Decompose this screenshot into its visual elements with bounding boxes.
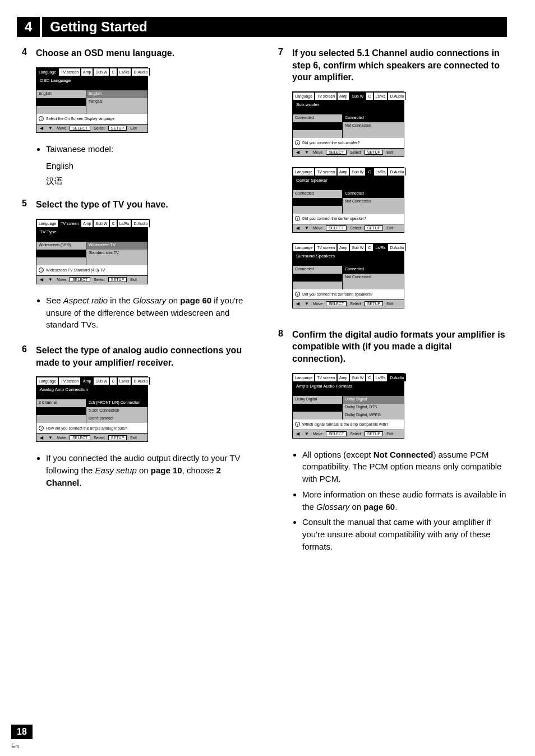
italic-text: Glossary <box>316 502 349 511</box>
osd-tab: Sub W <box>349 168 366 176</box>
osd-tab: Amp <box>81 219 93 227</box>
osd-nav-move: Move <box>313 432 322 436</box>
sub-lines: English 汉语 <box>46 158 251 188</box>
osd-row: Widescreen (16:9)Widescreen TV <box>36 242 147 250</box>
step-number: 5 <box>17 199 27 334</box>
arrow-left-icon: ◀ <box>295 301 301 307</box>
arrow-left-icon: ◀ <box>39 277 44 283</box>
osd-cell-left <box>36 407 86 415</box>
osd-cell-left: English <box>36 90 86 98</box>
line: English <box>46 158 251 173</box>
osd-cell-right: Not Connected <box>343 122 404 130</box>
bold-text: Not Connected <box>373 450 433 459</box>
osd-cell-left: Connected <box>293 114 343 122</box>
osd-body: Sub-woofer <box>293 100 404 114</box>
osd-tab: TV screen <box>58 219 81 227</box>
osd-nav-move: Move <box>57 436 66 440</box>
osd-tab: TV screen <box>58 68 81 76</box>
info-icon: i <box>295 292 300 297</box>
osd-nav-select-label: Select <box>94 126 104 130</box>
osd-nav: ◀▼MoveSELECTSelectSETUPExit <box>293 224 404 232</box>
text: Consult the manual that came with your a… <box>302 517 491 551</box>
osd-tab: D.Audio <box>131 219 150 227</box>
osd-nav-exit-label: Exit <box>386 432 393 436</box>
osd-tab: Language <box>36 68 58 76</box>
osd-nav-exit-label: Exit <box>130 436 137 440</box>
osd-info-text: Which digital formats is the amp compati… <box>302 422 388 426</box>
text: See <box>46 296 63 305</box>
step-heading: If you selected 5.1 Channel audio connec… <box>292 47 507 84</box>
osd-cell-left: Widescreen (16:9) <box>36 242 86 250</box>
osd-nav-exit-btn: SETUP <box>108 126 127 131</box>
osd-cell-left: 2 Channel <box>36 399 86 407</box>
osd-nav-exit-label: Exit <box>386 150 393 154</box>
osd-cell-right: Widescreen TV <box>86 242 147 250</box>
osd-cell-right: Connected <box>343 266 404 274</box>
osd-nav-move: Move <box>57 126 66 130</box>
osd-tab: D.Audio <box>131 68 150 76</box>
osd-row: 5.1ch Connection <box>36 407 147 415</box>
osd-cell-right <box>343 130 404 138</box>
osd-tab: Sub W <box>93 68 109 76</box>
step-7: 7 If you selected 5.1 Channel audio conn… <box>273 47 507 319</box>
step-number: 6 <box>17 344 27 492</box>
chapter-title: Getting Started <box>42 19 147 35</box>
osd-tab: C <box>366 92 373 100</box>
step-number: 8 <box>273 329 283 556</box>
chapter-number: 4 <box>17 17 42 37</box>
osd-nav-move: Move <box>313 226 322 230</box>
osd-tab: C <box>366 168 373 176</box>
osd-tab: C <box>109 219 117 227</box>
osd-row <box>293 130 404 138</box>
text: on <box>137 465 151 475</box>
osd-nav: ◀▼MoveSELECTSelectSETUPExit <box>36 433 147 441</box>
text: . <box>79 478 81 487</box>
osd-nav: ◀▼MoveSELECTSelectSETUPExit <box>36 275 147 284</box>
info-icon: i <box>39 116 44 121</box>
osd-nav: ◀▼MoveSELECTSelectSETUPExit <box>293 299 404 308</box>
text: , choose <box>182 465 216 475</box>
osd-tab: Amp <box>337 168 349 176</box>
osd-tab: Language <box>293 374 315 381</box>
osd-row: Dolby DigitalDolby Digital <box>293 396 404 404</box>
osd-row: 2 Channel2ch (FRONT L/R) Connection <box>36 399 147 407</box>
osd-cell-left: Dolby Digital <box>293 396 343 404</box>
osd-info-text: Did you connect the center speaker? <box>302 216 366 220</box>
osd-nav-move: Move <box>313 150 322 154</box>
arrow-down-icon: ▼ <box>304 431 310 437</box>
osd-cell-right <box>343 206 404 214</box>
arrow-down-icon: ▼ <box>48 126 53 131</box>
osd-tab: Language <box>293 243 315 251</box>
osd-nav-select-label: Select <box>350 150 361 154</box>
italic-text: Aspect ratio <box>63 296 108 305</box>
info-icon: i <box>295 216 300 221</box>
bullet-item: Consult the manual that came with your a… <box>302 516 507 552</box>
text: . <box>395 502 397 511</box>
osd-cell-right: Not Connected <box>343 198 404 206</box>
osd-body: OSD Language <box>36 76 147 90</box>
osd-cell-right: 5.1ch Connection <box>86 407 147 415</box>
osd-tab: TV screen <box>58 377 81 385</box>
osd-tabs: LanguageTV screenAmpSub WCLs/RsD.Audio <box>293 168 404 176</box>
osd-screenshot: LanguageTV screenAmpSub WCLs/RsD.AudioSu… <box>292 243 404 308</box>
language-code: En <box>11 743 19 749</box>
step-body: Confirm the digital audio formats your a… <box>292 329 507 556</box>
italic-text: Glossary <box>133 296 166 305</box>
osd-tabs: LanguageTV screenAmpSub WCLs/RsD.Audio <box>293 243 404 251</box>
arrow-down-icon: ▼ <box>304 225 310 231</box>
osd-tab: Ls/Rs <box>373 243 388 251</box>
osd-tab: Ls/Rs <box>117 377 132 385</box>
osd-body: Amp's Digital Audio Formats <box>293 381 404 396</box>
osd-row: Dolby Digital, DTS <box>293 404 404 412</box>
bullet-list: If you connected the audio output direct… <box>46 452 251 488</box>
osd-tab: Sub W <box>349 374 366 381</box>
chapter-bar: 4 Getting Started <box>17 17 507 37</box>
osd-cell-left <box>36 250 86 257</box>
osd-cell-left <box>293 404 343 412</box>
osd-nav-exit-label: Exit <box>386 302 393 306</box>
osd-row: Not Connected <box>293 198 404 206</box>
bullet-list: All options (except Not Connected) assum… <box>302 449 507 553</box>
osd-nav-select-label: Select <box>350 226 361 230</box>
osd-tab: Sub W <box>93 377 109 385</box>
osd-tab: C <box>366 243 373 251</box>
